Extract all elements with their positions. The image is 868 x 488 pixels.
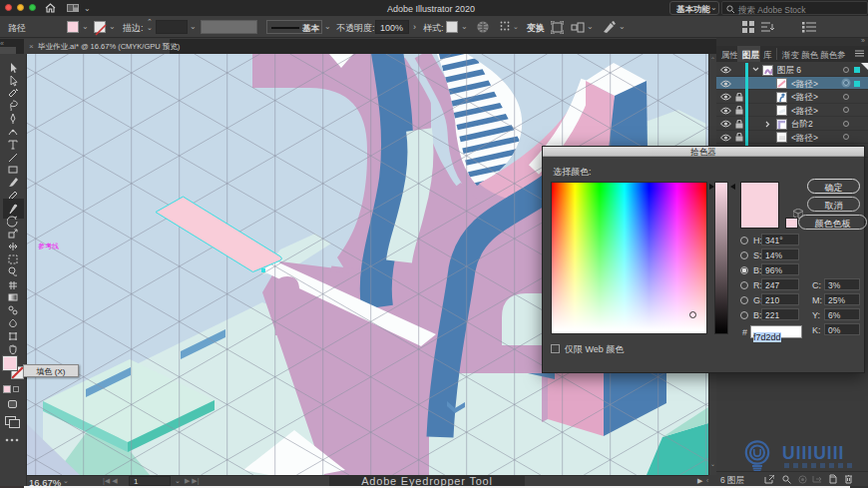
svg-text:UIIIUIII: UIIIUIII	[782, 443, 844, 463]
